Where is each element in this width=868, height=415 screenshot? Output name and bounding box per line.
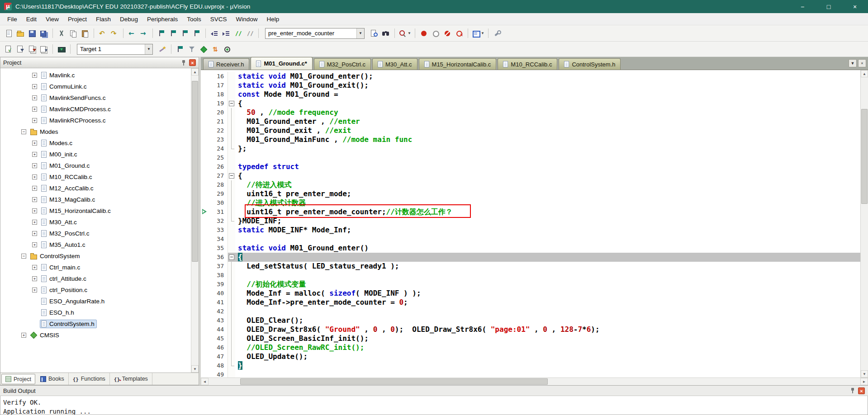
expand-toggle-icon[interactable]: +: [32, 288, 37, 292]
options-wand-button[interactable]: [157, 43, 168, 55]
breakpoint-margin[interactable]: [201, 189, 208, 198]
menu-tools[interactable]: Tools: [182, 13, 206, 25]
line-number[interactable]: 40: [208, 289, 228, 298]
workspace-tab-books[interactable]: Books: [36, 373, 69, 385]
tree-item-m10-rccalib-c[interactable]: +M10_RCCalib.c: [0, 171, 199, 183]
tree-item-mavlinkcmdprocess-c[interactable]: +MavlinkCMDProcess.c: [0, 104, 199, 115]
code-editor[interactable]: 16static void M01_Ground_enter();17stati…: [201, 70, 860, 377]
target-combobox[interactable]: Target 1 ▼: [77, 44, 153, 55]
tree-item-m00-init-c[interactable]: +M00_init.c: [0, 149, 199, 160]
chevron-down-icon[interactable]: ▼: [408, 31, 411, 35]
save-all-button[interactable]: [38, 28, 50, 39]
breakpoint-margin[interactable]: [201, 108, 208, 117]
expand-toggle-icon[interactable]: +: [32, 73, 37, 78]
bookmark-prev-button[interactable]: [167, 28, 179, 39]
code-line[interactable]: 49: [201, 370, 860, 377]
breakpoint-disable-all-button[interactable]: [441, 28, 453, 39]
debug-diamond-button[interactable]: [198, 43, 209, 55]
line-number[interactable]: 31: [208, 208, 228, 217]
expand-toggle-icon[interactable]: +: [32, 208, 37, 213]
line-number[interactable]: 22: [208, 126, 228, 135]
file-extensions-flag-button[interactable]: [174, 43, 186, 55]
code-line[interactable]: 45 OLED_Screen_BasicInf_init();: [201, 334, 860, 343]
menu-edit[interactable]: Edit: [22, 13, 41, 25]
code-text[interactable]: const Mode M01_Ground =: [235, 90, 860, 99]
line-number[interactable]: 42: [208, 307, 228, 316]
workspace-tab-templates[interactable]: Templates: [110, 373, 152, 385]
bookmark-toggle-button[interactable]: [156, 28, 167, 39]
tree-item-controlsystem-h[interactable]: ControlSystem.h: [0, 318, 199, 330]
tab-controlsystem-h[interactable]: ControlSystem.h: [559, 58, 621, 70]
breakpoint-margin[interactable]: [201, 81, 208, 90]
scrollbar-thumb[interactable]: [192, 81, 198, 262]
code-line[interactable]: 39 //初始化模式变量: [201, 280, 860, 289]
expand-toggle-icon[interactable]: +: [32, 231, 37, 236]
breakpoint-margin[interactable]: [201, 72, 208, 81]
breakpoint-toggle-button[interactable]: [418, 28, 430, 39]
line-number[interactable]: 24: [208, 144, 228, 153]
code-text[interactable]: }MODE_INF;: [235, 217, 860, 226]
code-text[interactable]: Led_setStatus( LED_status_ready1 );: [235, 262, 860, 271]
line-number[interactable]: 44: [208, 325, 228, 334]
code-text[interactable]: }: [235, 361, 860, 370]
code-text[interactable]: };: [235, 144, 860, 153]
scroll-down-button[interactable]: ▼: [861, 370, 868, 377]
expand-toggle-icon[interactable]: +: [32, 152, 37, 157]
indent-button[interactable]: [220, 28, 232, 39]
line-number[interactable]: 29: [208, 189, 228, 198]
tree-item-commulink-c[interactable]: +CommuLink.c: [0, 81, 199, 92]
breakpoint-margin[interactable]: [201, 117, 208, 126]
breakpoint-margin[interactable]: [201, 352, 208, 361]
line-number[interactable]: 26: [208, 162, 228, 171]
code-line[interactable]: 32}MODE_INF;: [201, 217, 860, 226]
fold-toggle-icon[interactable]: [228, 99, 235, 108]
code-line[interactable]: 28 //待进入模式: [201, 180, 860, 189]
breakpoint-margin[interactable]: [201, 162, 208, 171]
breakpoint-margin[interactable]: [201, 198, 208, 208]
breakpoint-margin[interactable]: [201, 334, 208, 343]
code-text[interactable]: Mode_Inf = malloc( sizeof( MODE_INF ) );: [235, 289, 860, 298]
code-line[interactable]: 26typedef struct: [201, 162, 860, 171]
tree-item-controlsystem[interactable]: −ControlSystem: [0, 250, 199, 262]
expand-toggle-icon[interactable]: +: [32, 107, 37, 112]
tree-item-m15-horizontalcalib-c[interactable]: +M15_HorizontalCalib.c: [0, 205, 199, 217]
expand-toggle-icon[interactable]: +: [32, 141, 37, 146]
breakpoint-margin[interactable]: [201, 280, 208, 289]
code-text[interactable]: 50 , //mode frequency: [235, 108, 860, 117]
code-line[interactable]: 24};: [201, 144, 860, 153]
code-line[interactable]: 23 M01_Ground_MainFunc , //mode main fun…: [201, 135, 860, 144]
line-number[interactable]: 27: [208, 171, 228, 180]
fold-toggle-icon[interactable]: [228, 253, 235, 262]
code-line[interactable]: 42: [201, 307, 860, 316]
fold-toggle-icon[interactable]: [228, 171, 235, 180]
line-number[interactable]: 23: [208, 135, 228, 144]
line-number[interactable]: 36: [208, 253, 228, 262]
code-text[interactable]: OLED_Update();: [235, 352, 860, 361]
scrollbar-thumb[interactable]: [240, 378, 548, 385]
tree-item-mavlink-c[interactable]: +Mavlink.c: [0, 70, 199, 81]
code-text[interactable]: OLED_Draw_Str8x6( "Ground" , 0 , 0); OLE…: [235, 325, 860, 334]
project-panel-close-button[interactable]: ×: [189, 59, 196, 66]
breakpoint-enable-button[interactable]: [430, 28, 441, 39]
tree-item-m32-posctrl-c[interactable]: +M32_PosCtrl.c: [0, 228, 199, 239]
tab-close-button[interactable]: ×: [858, 59, 866, 67]
code-line[interactable]: 17static void M01_Ground_exit();: [201, 81, 860, 90]
tab-m30-att-c[interactable]: M30_Att.c: [372, 58, 417, 70]
breakpoint-margin[interactable]: [201, 99, 208, 108]
expand-toggle-icon[interactable]: +: [32, 163, 37, 168]
expand-toggle-icon[interactable]: +: [32, 197, 37, 202]
scroll-up-button[interactable]: ▲: [191, 68, 199, 75]
line-number[interactable]: 46: [208, 343, 228, 352]
new-file-button[interactable]: [3, 28, 14, 39]
breakpoint-margin[interactable]: [201, 289, 208, 298]
chevron-down-icon[interactable]: ▼: [481, 31, 484, 35]
menu-window[interactable]: Window: [231, 13, 262, 25]
menu-view[interactable]: View: [41, 13, 63, 25]
breakpoint-margin[interactable]: [201, 226, 208, 235]
code-line[interactable]: 46 //OLED_Screen_RawRC_init();: [201, 343, 860, 352]
line-number[interactable]: 49: [208, 370, 228, 377]
code-text[interactable]: Mode_Inf->pre_enter_mode_counter = 0;: [235, 298, 860, 307]
expand-toggle-icon[interactable]: +: [32, 95, 37, 100]
navigate-forward-button[interactable]: [138, 28, 150, 39]
line-number[interactable]: 28: [208, 180, 228, 189]
